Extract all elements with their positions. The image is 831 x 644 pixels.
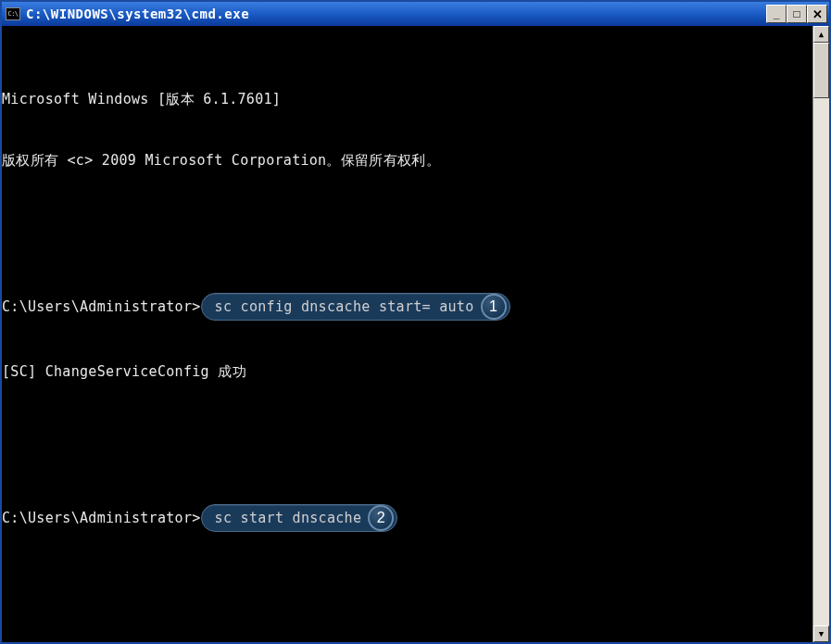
sc-config-result: [SC] ChangeServiceConfig 成功 [2,361,812,382]
vertical-scrollbar[interactable]: ▲ ▼ [812,26,829,642]
blank-line [2,211,812,232]
command-2-highlight: sc start dnscache2 [201,504,398,532]
scroll-up-button[interactable]: ▲ [813,26,829,43]
copyright-line: 版权所有 <c> 2009 Microsoft Corporation。保留所有… [2,150,812,170]
prompt-2: C:\Users\Administrator> [2,508,201,528]
step-badge-2: 2 [368,505,394,531]
close-button[interactable]: ✕ [807,5,827,23]
cmd-icon: C:\ [6,7,20,20]
titlebar[interactable]: C:\ C:\WINDOWS\system32\cmd.exe _ □ ✕ [2,2,829,26]
scrollbar-thumb[interactable] [813,43,829,98]
cmd-window: C:\ C:\WINDOWS\system32\cmd.exe _ □ ✕ Mi… [0,0,831,644]
command-1-highlight: sc config dnscache start= auto1 [201,293,510,321]
scroll-down-button[interactable]: ▼ [813,625,829,642]
scrollbar-track[interactable] [813,43,829,625]
maximize-button[interactable]: □ [787,5,807,23]
blank-line [2,423,812,443]
command-line-1: C:\Users\Administrator>sc config dnscach… [2,293,812,321]
version-line: Microsoft Windows [版本 6.1.7601] [2,89,812,109]
prompt-1: C:\Users\Administrator> [2,297,201,317]
window-title: C:\WINDOWS\system32\cmd.exe [26,6,766,21]
terminal-output[interactable]: Microsoft Windows [版本 6.1.7601] 版权所有 <c>… [2,26,812,642]
command-line-2: C:\Users\Administrator>sc start dnscache… [2,504,812,532]
minimize-button[interactable]: _ [766,5,787,23]
blank-line [2,573,812,593]
command-1-text: sc config dnscache start= auto [215,298,474,315]
step-badge-1: 1 [481,294,507,320]
content-area: Microsoft Windows [版本 6.1.7601] 版权所有 <c>… [2,26,829,642]
window-controls: _ □ ✕ [766,5,827,23]
command-2-text: sc start dnscache [215,510,362,526]
